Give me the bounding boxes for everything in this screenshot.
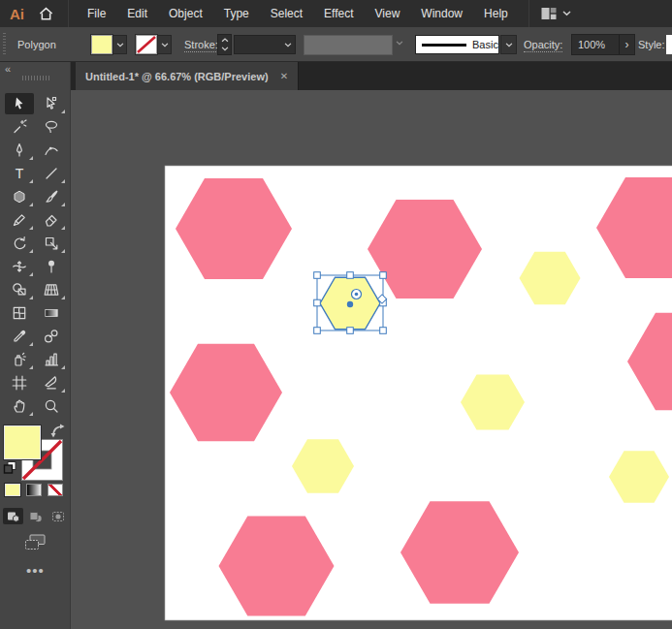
selection-handle[interactable] [314, 272, 321, 279]
selection-handle[interactable] [314, 328, 321, 334]
stroke-weight-select[interactable] [234, 35, 296, 54]
style-field[interactable] [666, 35, 672, 54]
chevron-down-icon [161, 43, 169, 47]
tool-puppet-warp[interactable] [37, 256, 66, 277]
tool-mesh[interactable] [5, 302, 34, 324]
tool-scale[interactable] [37, 233, 66, 254]
fill-proxy-swatch[interactable] [4, 425, 41, 459]
menu-select[interactable]: Select [260, 0, 313, 27]
tool-magic-wand[interactable] [5, 116, 34, 138]
gradient-button[interactable] [26, 484, 42, 496]
selection-handle[interactable] [380, 272, 387, 279]
magic-wand-icon [12, 119, 27, 135]
menu-type[interactable]: Type [213, 0, 260, 27]
tool-type[interactable]: T [5, 163, 34, 184]
chevron-down-icon [116, 43, 124, 47]
tool-blend[interactable] [37, 326, 66, 347]
center-point-widget[interactable] [347, 301, 353, 307]
stroke-weight-label[interactable]: Stroke: [184, 38, 218, 52]
stroke-dropdown-button[interactable] [157, 35, 172, 54]
mesh-icon [12, 305, 27, 321]
stepper-down-icon [221, 47, 229, 51]
tool-direct-selection[interactable] [37, 93, 66, 114]
menu-edit[interactable]: Edit [116, 0, 158, 27]
tool-selection[interactable] [5, 93, 34, 114]
draw-behind-button[interactable] [25, 508, 46, 524]
tool-lasso[interactable] [37, 116, 66, 138]
scale-icon [44, 236, 59, 251]
opacity-value: 100% [578, 39, 619, 50]
tool-artboard[interactable] [5, 372, 34, 393]
canvas-pasteboard[interactable] [71, 90, 672, 629]
blend-icon [44, 329, 59, 344]
tool-width[interactable] [5, 256, 34, 277]
panel-grip[interactable] [3, 33, 6, 56]
tool-shape-builder[interactable] [5, 279, 34, 300]
control-bar: Polygon Stroke: Basic Opacity: [0, 27, 672, 62]
menu-window[interactable]: Window [410, 0, 473, 27]
stroke-weight-stepper[interactable] [217, 34, 232, 55]
svg-text:T: T [16, 166, 24, 181]
menu-effect[interactable]: Effect [313, 0, 364, 27]
opacity-field[interactable]: 100% › [571, 34, 635, 55]
menu-object[interactable]: Object [158, 0, 213, 27]
brush-definition-value: Basic [472, 39, 498, 50]
default-fill-stroke-icon[interactable] [3, 460, 17, 475]
home-icon[interactable] [38, 6, 54, 21]
menu-file[interactable]: File [77, 0, 116, 27]
opacity-label[interactable]: Opacity: [524, 38, 562, 52]
none-button[interactable] [48, 484, 63, 496]
opacity-expand-icon[interactable]: › [619, 35, 634, 54]
tool-line-segment[interactable] [37, 163, 66, 184]
stepper-up-icon [221, 38, 229, 43]
tool-curvature[interactable] [37, 140, 66, 161]
draw-inside-button[interactable] [48, 508, 68, 524]
workspace-switcher[interactable] [528, 0, 571, 27]
polygon-icon [12, 189, 27, 204]
screen-mode-button[interactable] [24, 534, 47, 551]
tool-perspective-grid[interactable] [37, 279, 66, 300]
selection-handle[interactable] [380, 328, 387, 334]
tool-column-graph[interactable] [37, 349, 66, 370]
brush-dropdown-button[interactable] [500, 35, 517, 54]
selection-handle[interactable] [347, 328, 354, 334]
tool-eraser[interactable] [37, 209, 66, 231]
eyedropper-icon [12, 329, 27, 344]
brush-stroke-preview [422, 44, 466, 47]
swap-fill-stroke-icon[interactable] [50, 424, 67, 438]
tool-slice[interactable] [37, 372, 66, 393]
tool-rotate[interactable] [5, 233, 34, 254]
curvature-icon [44, 142, 59, 158]
tool-polygon[interactable] [5, 186, 34, 207]
menu-help[interactable]: Help [473, 0, 519, 27]
fill-dropdown-button[interactable] [112, 35, 127, 54]
width-icon [12, 259, 27, 274]
brush-definition-select[interactable]: Basic [415, 35, 499, 54]
tool-symbol-sprayer[interactable] [5, 349, 34, 370]
document-tab[interactable]: Untitled-1* @ 66.67% (RGB/Preview) ✕ [76, 62, 299, 90]
fill-color-swatch[interactable] [91, 35, 112, 54]
color-button[interactable] [5, 484, 20, 496]
tool-eyedropper[interactable] [5, 326, 34, 347]
tool-hand[interactable] [5, 395, 34, 417]
tool-gradient[interactable] [37, 302, 66, 324]
edit-toolbar-button[interactable]: ••• [0, 562, 71, 579]
menu-view[interactable]: View [365, 0, 411, 27]
toolbar-grip[interactable] [22, 76, 49, 80]
stroke-color-swatch[interactable] [136, 35, 157, 54]
selection-handle[interactable] [314, 299, 321, 306]
tool-pencil[interactable] [5, 209, 34, 231]
selection-handle[interactable] [347, 272, 354, 279]
tool-zoom[interactable] [37, 395, 66, 417]
tools-panel: « T [0, 62, 71, 629]
perspective-grid-icon [44, 282, 59, 298]
draw-normal-button[interactable] [3, 508, 23, 524]
close-tab-icon[interactable]: ✕ [280, 71, 288, 81]
fill-stroke-proxy [0, 424, 71, 482]
draw-behind-icon [29, 511, 43, 522]
illustrator-logo[interactable]: Ai [10, 6, 24, 22]
tool-paintbrush[interactable] [37, 186, 66, 207]
collapse-panel-button[interactable]: « [5, 63, 12, 75]
tool-pen[interactable] [5, 140, 34, 161]
puppet-warp-icon [44, 259, 59, 274]
